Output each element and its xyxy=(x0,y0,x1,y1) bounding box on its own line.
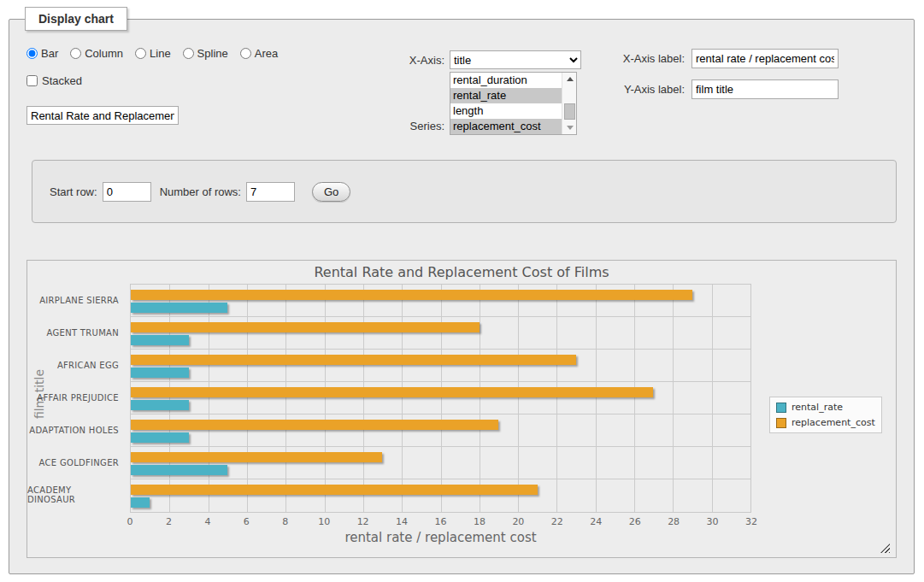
chart-title-input[interactable] xyxy=(26,106,179,125)
scroll-up-icon[interactable] xyxy=(562,73,577,85)
x-tick-label: 22 xyxy=(551,516,563,527)
y-axis-label-input[interactable] xyxy=(692,79,839,99)
chart-row-airplane-sierra xyxy=(131,285,750,317)
legend-label: replacement_cost xyxy=(792,417,875,428)
chart-type-label: Spline xyxy=(197,47,228,60)
bar-replacement_cost xyxy=(131,387,653,397)
bar-rental_rate xyxy=(131,303,227,313)
bar-replacement_cost xyxy=(131,322,480,332)
bar-rental_rate xyxy=(131,497,150,508)
display-chart-panel: Display chart BarColumnLineSplineArea St… xyxy=(9,19,915,574)
bar-replacement_cost xyxy=(131,355,576,365)
series-list-label: Series: xyxy=(343,120,450,135)
x-tick-label: 28 xyxy=(668,516,680,527)
chart-category-axis: AIRPLANE SIERRAAGENT TRUMANAFRICAN EGGAF… xyxy=(27,284,125,511)
bar-rental_rate xyxy=(131,367,189,378)
bar-rental_rate xyxy=(131,335,189,345)
num-rows-label: Number of rows: xyxy=(160,185,241,198)
x-tick-label: 26 xyxy=(629,516,641,527)
x-axis-label-input[interactable] xyxy=(692,49,839,68)
chart-row-african-egg xyxy=(131,350,750,382)
row-range-panel: Start row: Number of rows: Go xyxy=(32,160,897,223)
chart-row-affair-prejudice xyxy=(131,382,750,414)
legend-swatch-icon xyxy=(776,403,786,413)
x-axis-select-label: X-Axis: xyxy=(343,54,450,67)
bar-rental_rate xyxy=(131,432,189,443)
stacked-checkbox[interactable] xyxy=(26,75,38,86)
chart-type-column[interactable]: Column xyxy=(70,47,123,60)
category-label: AGENT TRUMAN xyxy=(27,316,125,349)
x-tick-label: 18 xyxy=(474,516,486,527)
category-label: AFRICAN EGG xyxy=(27,349,125,381)
category-label: AIRPLANE SIERRA xyxy=(27,284,125,316)
chart-type-area[interactable]: Area xyxy=(240,47,278,60)
x-tick-label: 30 xyxy=(707,516,719,527)
scroll-down-icon[interactable] xyxy=(562,121,577,134)
x-tick-label: 24 xyxy=(590,516,602,527)
x-tick-label: 0 xyxy=(127,516,133,527)
stacked-label: Stacked xyxy=(42,74,82,87)
bar-replacement_cost xyxy=(131,452,382,462)
chart-row-agent-truman xyxy=(131,317,750,350)
chart-legend: rental_ratereplacement_cost xyxy=(769,397,882,433)
legend-swatch-icon xyxy=(776,418,786,428)
bar-rental_rate xyxy=(131,465,227,475)
chart-row-adaptation-holes xyxy=(131,414,750,447)
series-option-length[interactable]: length xyxy=(450,103,562,119)
series-option-rental_duration[interactable]: rental_duration xyxy=(450,73,562,88)
series-scrollbar[interactable] xyxy=(562,73,576,134)
series-option-rental_rate[interactable]: rental_rate xyxy=(450,88,562,103)
chart-type-group: BarColumnLineSplineArea xyxy=(26,47,285,60)
x-tick-label: 10 xyxy=(318,516,330,527)
panel-title: Display chart xyxy=(25,7,127,31)
x-tick-label: 12 xyxy=(357,516,369,527)
chart-type-label: Column xyxy=(85,47,123,60)
bar-replacement_cost xyxy=(131,290,692,300)
series-listbox[interactable]: rental_durationrental_ratelengthreplacem… xyxy=(450,72,577,135)
chart-type-bar-radio[interactable] xyxy=(26,48,38,59)
num-rows-input[interactable] xyxy=(246,182,295,202)
x-tick-label: 4 xyxy=(204,516,210,527)
x-axis-label-caption: X-Axis label: xyxy=(599,52,692,65)
chart-type-spline[interactable]: Spline xyxy=(183,47,228,60)
chart-type-column-radio[interactable] xyxy=(70,48,81,59)
category-label: AFFAIR PREJUDICE xyxy=(27,381,125,414)
start-row-label: Start row: xyxy=(50,185,97,198)
bar-rental_rate xyxy=(131,400,189,410)
chart-type-bar[interactable]: Bar xyxy=(26,47,58,60)
series-option-replacement_cost[interactable]: replacement_cost xyxy=(450,119,562,134)
legend-label: rental_rate xyxy=(792,402,843,413)
legend-entry-replacement_cost: replacement_cost xyxy=(776,417,875,428)
x-tick-label: 16 xyxy=(435,516,447,527)
stacked-checkbox-row[interactable]: Stacked xyxy=(26,74,82,87)
chart-row-ace-goldfinger xyxy=(131,447,750,479)
chart-type-label: Line xyxy=(150,47,171,60)
x-tick-label: 20 xyxy=(512,516,524,527)
x-tick-label: 2 xyxy=(166,516,172,527)
chart-title: Rental Rate and Replacement Cost of Film… xyxy=(27,264,896,280)
x-tick-label: 8 xyxy=(282,516,288,527)
category-label: ACADEMY DINOSAUR xyxy=(27,479,125,511)
legend-entry-rental_rate: rental_rate xyxy=(776,402,875,413)
resize-handle-icon[interactable] xyxy=(880,544,890,553)
chart-row-academy-dinosaur xyxy=(131,479,750,512)
chart-type-area-radio[interactable] xyxy=(240,48,251,59)
chart-type-line[interactable]: Line xyxy=(135,47,171,60)
bar-replacement_cost xyxy=(131,485,538,495)
start-row-input[interactable] xyxy=(103,182,151,202)
y-axis-label-caption: Y-Axis label: xyxy=(599,83,692,96)
scrollbar-thumb[interactable] xyxy=(564,103,575,120)
category-label: ACE GOLDFINGER xyxy=(27,446,125,479)
chart-type-label: Bar xyxy=(41,47,58,60)
chart-container: Rental Rate and Replacement Cost of Film… xyxy=(26,260,897,558)
chart-type-label: Area xyxy=(255,47,278,60)
category-label: ADAPTATION HOLES xyxy=(27,414,125,446)
chart-x-axis-title: rental rate / replacement cost xyxy=(130,530,751,545)
chart-type-spline-radio[interactable] xyxy=(183,48,194,59)
x-axis-select[interactable]: title xyxy=(450,50,581,69)
bar-replacement_cost xyxy=(131,420,498,430)
chart-x-axis-ticks: 02468101214161820222426283032 xyxy=(130,516,751,528)
chart-type-line-radio[interactable] xyxy=(135,48,146,59)
chart-plot-area xyxy=(130,284,751,513)
go-button[interactable]: Go xyxy=(312,182,350,202)
